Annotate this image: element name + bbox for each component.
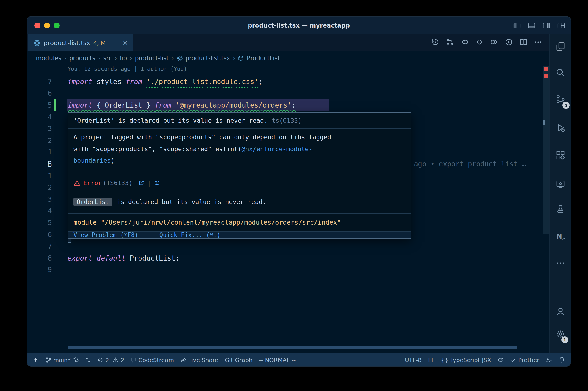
remote-explorer-icon[interactable] [555,180,565,189]
view-problem-link[interactable]: View Problem (⌥F8) [74,232,138,238]
nx-console-icon[interactable]: N≥ [555,232,565,241]
breadcrumb-item-file[interactable]: product-list.tsx [185,54,230,61]
breadcrumb-item-symbol[interactable]: ProductList [247,54,280,61]
eslint-rule-link[interactable]: boundaries [74,157,111,164]
split-editor-icon[interactable] [519,38,527,48]
timeline-icon[interactable] [431,38,439,48]
rule-web-icon[interactable] [154,180,160,186]
overview-info-mark [543,120,545,125]
error-count: 2 [105,356,109,363]
diagnostic-message: 'OrderList' is declared but its value is… [74,117,268,124]
error-code: (TS6133) [103,179,133,187]
quick-fix-link[interactable]: Quick Fix... (⌘.) [160,232,221,238]
next-change-icon[interactable] [490,38,498,48]
line-number: 1 [27,148,52,156]
toggle-panel-icon[interactable] [528,21,536,29]
braces-icon: {} [441,356,448,363]
git-graph-status[interactable]: Git Graph [225,356,252,363]
error-warning-icon [74,180,81,186]
feedback-icon[interactable] [546,357,552,363]
problems-status[interactable]: 2 2 [98,356,124,363]
run-file-icon[interactable] [505,38,513,48]
line-number: 7 [27,78,52,86]
explorer-icon[interactable] [555,42,565,51]
line-number: 5 [27,101,52,109]
breadcrumb-item-lib[interactable]: lib [120,54,127,61]
horizontal-scrollbar[interactable] [68,346,517,349]
code-line-import-styles[interactable]: import styles from './product-list.modul… [68,78,262,86]
screen: product-list.tsx — myreactapp [0,0,588,391]
code-editor[interactable]: You, 12 seconds ago | 1 author (You) 7 i… [27,64,549,353]
status-bar: main* 2 2 CodeStream L [27,353,571,366]
window-title: product-list.tsx — myreactapp [27,16,571,34]
module-keyword: module [74,219,97,226]
hover-resize-grip[interactable] [68,239,71,243]
error-label: Error [83,179,102,187]
symbol-chip: OrderList [74,197,112,206]
breadcrumb-item-modules[interactable]: modules [36,54,61,61]
language-mode-status[interactable]: {} TypeScript JSX [441,356,491,363]
run-debug-icon[interactable] [555,123,565,133]
search-icon[interactable] [555,68,565,77]
remote-indicator-icon[interactable] [33,357,39,363]
account-icon[interactable] [555,307,565,316]
line-number: 4 [27,207,52,215]
live-share-status[interactable]: Live Share [180,356,218,363]
toggle-left-sidebar-icon[interactable] [513,21,521,29]
warning-count: 2 [121,356,124,363]
overview-error-mark [544,74,548,78]
customize-layout-icon[interactable] [557,21,565,29]
code-line-import-orderlist[interactable]: import { OrderList } from '@myreactapp/m… [68,101,296,109]
react-file-icon [177,55,183,61]
compare-refs-icon[interactable] [85,357,91,363]
code-row: 5 import { OrderList } from '@myreactapp… [27,99,549,111]
chevron-right-icon: › [171,54,174,61]
react-file-icon [34,39,40,46]
titlebar: product-list.tsx — myreactapp [27,16,571,34]
vim-mode-indicator[interactable]: -- NORMAL -- [259,356,296,363]
line-number: 2 [27,136,52,145]
extensions-icon[interactable] [555,150,565,160]
tab-product-list[interactable]: product-list.tsx 4, M × [28,34,133,51]
testing-beaker-icon[interactable] [555,204,565,214]
chevron-right-icon: › [98,54,100,61]
notifications-bell-icon[interactable] [559,357,565,363]
prev-change-icon[interactable] [461,38,469,48]
breadcrumb-item-product-list[interactable]: product-list [135,54,169,61]
line-number: 6 [27,89,52,98]
additional-views-icon[interactable] [555,258,565,268]
code-line-export-default[interactable]: export default ProductList; [68,254,180,262]
eol-status[interactable]: LF [428,356,434,363]
cloud-upload-icon [72,357,79,363]
code-row: 7 [27,241,549,252]
encoding-status[interactable]: UTF-8 [405,356,422,363]
codestream-status[interactable]: CodeStream [131,356,174,363]
check-icon [510,357,516,363]
compare-changes-icon[interactable] [446,38,454,48]
activity-bar: 5 N≥ [549,34,571,353]
copilot-icon[interactable] [498,357,504,363]
changes-icon[interactable] [475,38,483,48]
eslint-rule-message: A project tagged with "scope:products" c… [68,129,411,173]
more-actions-icon[interactable] [534,38,542,48]
tab-close-icon[interactable]: × [122,39,128,46]
tab-bar: product-list.tsx 4, M × [27,34,549,51]
overview-error-mark [544,67,548,71]
codelens-blame[interactable]: You, 12 seconds ago | 1 author (You) [68,66,187,72]
diagnostic-code: ts(6133) [272,117,302,124]
line-number: 1 [27,172,52,180]
warning-count-icon [113,357,119,363]
chip-message: is declared but its value is never read. [113,198,266,205]
git-branch-status[interactable]: main* [45,356,79,363]
prettier-status[interactable]: Prettier [510,356,539,363]
line-number: 4 [27,113,52,121]
breadcrumb-item-src[interactable]: src [103,54,112,61]
line-number: 3 [27,124,52,133]
breadcrumb-item-products[interactable]: products [69,54,95,61]
toggle-right-sidebar-icon[interactable] [543,21,550,29]
vscode-window: product-list.tsx — myreactapp [27,16,571,367]
eslint-rule-link[interactable]: @nx/enforce-module- [242,145,313,152]
open-docs-icon[interactable] [138,180,145,186]
scrollbar-slider[interactable] [543,66,549,234]
line-number: 8 [27,254,52,262]
